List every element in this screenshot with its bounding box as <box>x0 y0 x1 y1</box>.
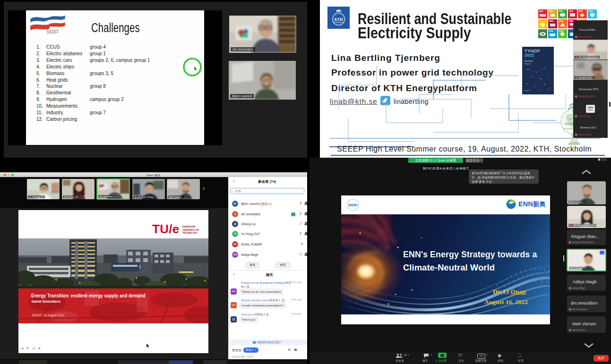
svg-text:e: e <box>547 89 548 92</box>
svg-text:S E E E P: S E E E P <box>47 29 59 32</box>
svg-text:entso: entso <box>524 89 529 92</box>
svg-text:for susta: for susta <box>563 127 574 130</box>
svg-text:EERI: EERI <box>349 203 358 207</box>
